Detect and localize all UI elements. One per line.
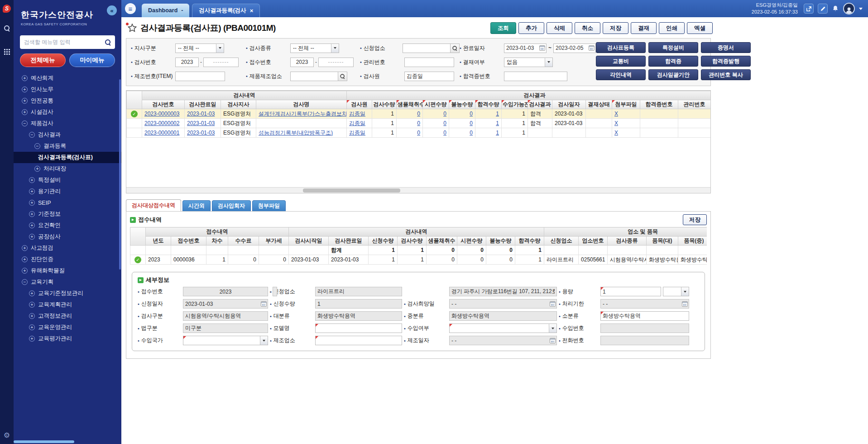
settings-gear-icon[interactable]: ⚙ — [4, 431, 10, 439]
detail-tab[interactable]: 검사입회자 — [212, 200, 251, 211]
sidebar-item[interactable]: 교육기획 — [14, 276, 121, 288]
cell-link[interactable]: 0 — [443, 111, 446, 117]
filter-action-button[interactable]: 교통비 — [596, 56, 646, 67]
sidebar-collapse-button[interactable] — [107, 5, 117, 15]
sidebar-item[interactable]: 요건확인 — [14, 220, 121, 231]
filter-action-button[interactable]: 검사일괄기안 — [648, 69, 698, 80]
user-avatar[interactable] — [843, 3, 855, 14]
cell-link[interactable]: 2023-0000002 — [144, 120, 179, 126]
edit-icon[interactable] — [818, 4, 828, 14]
cell-link[interactable]: X — [614, 130, 618, 136]
text-input[interactable] — [315, 287, 402, 296]
calendar-icon[interactable] — [550, 338, 556, 343]
select[interactable]: 없음 — [504, 58, 553, 67]
filter-action-button[interactable]: 합격증 — [648, 56, 698, 67]
notifications-bell-icon[interactable] — [832, 5, 839, 12]
search-lookup-button[interactable] — [338, 72, 347, 81]
text-input[interactable] — [504, 72, 567, 81]
sidebar-item[interactable]: 결과등록 — [14, 140, 121, 152]
year-input[interactable] — [290, 58, 314, 67]
sidebar-item[interactable]: 사고점검 — [14, 242, 121, 254]
text-input[interactable] — [600, 323, 689, 333]
cell-link[interactable]: X — [614, 120, 618, 126]
search-button[interactable]: 조회 — [490, 22, 516, 34]
cell-link[interactable]: 0 — [417, 111, 420, 117]
text-input[interactable] — [315, 299, 402, 309]
header-action-button[interactable]: 삭제 — [547, 22, 572, 34]
text-input[interactable] — [449, 287, 557, 296]
apps-grid-icon[interactable] — [4, 45, 10, 52]
sidebar-item[interactable]: 교육운영관리 — [14, 322, 121, 333]
save-button[interactable]: 저장 — [683, 214, 707, 225]
calendar-icon[interactable] — [589, 45, 595, 51]
select[interactable] — [183, 336, 268, 345]
calendar-icon[interactable] — [550, 301, 556, 307]
sidebar-item[interactable]: 공장심사 — [14, 231, 121, 242]
date-input[interactable] — [183, 299, 268, 309]
favorite-star-icon[interactable] — [127, 23, 138, 34]
sidebar-item[interactable]: 예산회계 — [14, 72, 121, 84]
sidebar-item[interactable]: 진단인증 — [14, 254, 121, 265]
sidebar-item[interactable]: 검사결과등록(검사표) — [14, 152, 121, 163]
cell-link[interactable]: 0 — [470, 111, 473, 117]
number-input[interactable] — [203, 58, 239, 67]
close-icon[interactable] — [250, 7, 254, 14]
date-input[interactable] — [449, 299, 557, 309]
text-input[interactable] — [315, 336, 402, 345]
detail-tab[interactable]: 시간외 — [182, 200, 211, 211]
search-field-input[interactable] — [403, 43, 451, 53]
tab-dashboard[interactable]: Dashboard — [142, 4, 189, 17]
sidebar-horizontal-scrollbar[interactable] — [14, 440, 74, 443]
summary-row[interactable]: 합계110001 — [130, 246, 707, 255]
calendar-icon[interactable] — [539, 45, 545, 51]
cell-link[interactable]: 0 — [443, 130, 446, 136]
sidebar-item[interactable]: 처리대장 — [14, 163, 121, 174]
grid-row[interactable]: 2023-00000032023-01-03ESG경영처설계단계검사기록부(가스… — [127, 109, 711, 119]
grid-row[interactable]: 2023-00000012023-01-03ESG경영처성능검정기록부(내압방폭… — [127, 128, 711, 138]
filter-action-button[interactable]: 검사표등록 — [596, 42, 646, 53]
number-input[interactable] — [273, 287, 277, 296]
text-input[interactable] — [183, 311, 268, 321]
select[interactable]: -- 전체 -- — [290, 43, 339, 53]
text-input[interactable] — [600, 311, 689, 321]
sidebar-item[interactable]: 유해화학물질 — [14, 265, 121, 276]
filter-action-button[interactable]: 특정설비 — [648, 42, 698, 53]
cell-link[interactable]: 2023-01-03 — [187, 111, 215, 117]
select[interactable]: -- 전체 -- — [175, 43, 224, 53]
grid-row[interactable]: 2023-00000022023-01-03ESG경영처김종일100011합격2… — [127, 119, 711, 128]
header-action-button[interactable]: 저장 — [603, 22, 628, 34]
filter-action-button[interactable]: 관리번호 복사 — [701, 69, 751, 80]
detail-tab[interactable]: 검사대상접수내역 — [126, 199, 181, 211]
cell-link[interactable]: 2023-01-03 — [187, 120, 215, 126]
text-input[interactable] — [175, 72, 225, 81]
sidebar-item[interactable]: 안전공통 — [14, 95, 121, 106]
sidebar-item[interactable]: SEIP — [14, 197, 121, 208]
chevron-down-icon[interactable] — [859, 8, 863, 10]
cell-link[interactable]: 설계단계검사기록부(가스누출경보차단장치) — [259, 111, 347, 117]
cell-link[interactable]: 0 — [443, 120, 446, 126]
menu-search-input[interactable] — [24, 39, 105, 45]
header-action-button[interactable]: 추가 — [518, 22, 544, 34]
year-input[interactable] — [175, 58, 199, 67]
cell-link[interactable]: 성능검정기록부(내압방폭구조) — [259, 130, 333, 136]
cell-link[interactable]: X — [614, 111, 618, 117]
year-input[interactable] — [183, 287, 268, 296]
header-action-button[interactable]: 인쇄 — [659, 22, 685, 34]
date-input[interactable] — [600, 299, 689, 309]
sidebar-item[interactable]: 인사노무 — [14, 84, 121, 95]
cell-link[interactable]: 김종일 — [349, 120, 365, 126]
cell-link[interactable]: 김종일 — [349, 111, 365, 117]
filter-action-button[interactable]: 증명서 — [701, 42, 751, 53]
cell-link[interactable]: 0 — [470, 130, 473, 136]
all-menu-button[interactable]: 전체메뉴 — [20, 53, 66, 67]
select[interactable] — [449, 323, 557, 333]
my-menu-button[interactable]: 마이메뉴 — [69, 53, 115, 67]
text-input[interactable] — [183, 323, 268, 333]
text-input[interactable] — [404, 58, 454, 67]
search-icon[interactable] — [4, 25, 10, 33]
sidebar-item[interactable]: 기준정보 — [14, 208, 121, 220]
cell-link[interactable]: 1 — [496, 130, 499, 136]
cell-link[interactable]: 0 — [417, 120, 420, 126]
cell-link[interactable]: 2023-0000003 — [144, 111, 179, 117]
sidebar-item[interactable]: 용기관리 — [14, 186, 121, 197]
